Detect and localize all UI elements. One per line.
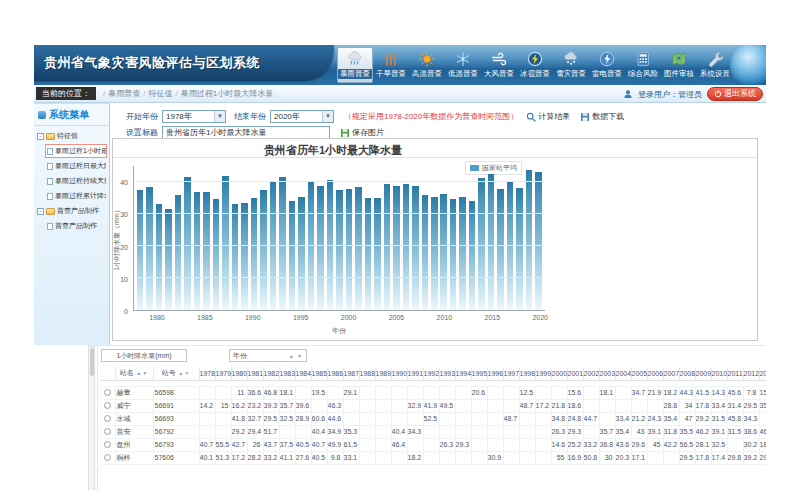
year-column-header: 1991 — [407, 367, 423, 380]
bar-1994 — [289, 201, 296, 310]
value-cell — [295, 425, 311, 438]
value-cell — [727, 438, 743, 451]
station-radio[interactable] — [104, 454, 111, 461]
value-cell: 56.5 — [679, 438, 695, 451]
sidebar-item[interactable]: 普查产品制作 — [45, 219, 107, 233]
nav-item-lightning[interactable]: 雷电普查 — [589, 47, 625, 83]
breadcrumb-item[interactable]: 暴雨普查 — [108, 89, 140, 98]
value-cell — [439, 386, 455, 399]
value-cell: 36.8 — [599, 438, 615, 451]
value-cell: 30.9 — [487, 451, 503, 464]
station-radio[interactable] — [104, 402, 111, 409]
value-cell: 33.4 — [615, 412, 631, 425]
tree-group[interactable]: -普查产品制作 — [35, 204, 108, 218]
logout-button[interactable]: 退出系统 — [707, 87, 763, 101]
sidebar-item-label: 暴雨过程持续天数 — [55, 176, 107, 186]
value-cell: 34.3 — [743, 412, 759, 425]
table-row: 桐梓5760640.151.317.228.233.241.127.640.59… — [101, 451, 766, 464]
nav-item-map[interactable]: 图件审核 — [661, 47, 697, 83]
nav-item-hail[interactable]: 冰雹普查 — [517, 47, 553, 83]
sidebar-item[interactable]: 暴雨过程累计降水量 — [45, 189, 107, 203]
measure-filter-box[interactable]: 1小时降水量(mm) — [101, 349, 187, 362]
breadcrumb-item[interactable]: 特征值 — [148, 89, 172, 98]
save-image-button[interactable]: 保存图片 — [340, 127, 384, 138]
sidebar-item[interactable]: 暴雨过程1小时最大降水量 — [45, 144, 107, 158]
value-cell: 48.7 — [503, 412, 519, 425]
value-cell: 14.2 — [199, 399, 215, 412]
value-cell — [455, 425, 471, 438]
start-year-select[interactable]: 1978年 ▼ — [162, 110, 226, 123]
bar-2001 — [355, 187, 362, 310]
collapse-icon[interactable]: - — [37, 133, 44, 140]
value-cell: 55.5 — [215, 438, 231, 451]
value-cell — [647, 399, 663, 412]
nav-item-settings[interactable]: 系统设置 — [697, 47, 733, 83]
breadcrumb-bar: 当前的位置： /暴雨普查/特征值/暴雨过程1小时最大降水量 登录用户：管理员 退… — [34, 85, 766, 103]
nav-item-drought[interactable]: 干旱普查 — [373, 47, 409, 83]
sidebar-item[interactable]: 暴雨过程持续天数 — [45, 174, 107, 188]
station-radio[interactable] — [104, 441, 111, 448]
calc-result-button[interactable]: 计算结果 — [526, 111, 570, 122]
year-sort-box[interactable]: 年份 ▲ ▼ — [229, 349, 307, 362]
value-cell — [199, 412, 215, 425]
value-cell — [391, 399, 407, 412]
breadcrumb-item[interactable]: 暴雨过程1小时最大降水量 — [181, 89, 273, 98]
value-cell: 28.1 — [695, 438, 711, 451]
gridline — [134, 181, 545, 182]
year-column-header: 2010 — [711, 367, 727, 380]
value-cell: 21.8 — [551, 399, 567, 412]
value-cell — [615, 399, 631, 412]
value-cell — [295, 386, 311, 399]
nav-item-rain[interactable]: 暴雨普查 — [337, 47, 373, 83]
station-radio[interactable] — [104, 389, 111, 396]
value-cell: 18.5 — [759, 438, 766, 451]
value-cell — [487, 399, 503, 412]
snow-icon — [562, 50, 580, 68]
end-year-label: 结束年份 — [234, 111, 266, 122]
value-cell — [375, 451, 391, 464]
data-download-button[interactable]: 数据下载 — [580, 111, 624, 122]
value-cell — [407, 386, 423, 399]
table-row: 盘州5679340.755.542.72643.737.540.540.749.… — [101, 438, 766, 451]
table-header-row: 站名 ▲▼站号 ▲▼197819791980198119821983198419… — [101, 367, 766, 380]
chart-divider — [113, 157, 757, 158]
tree-group[interactable]: -特征值 — [35, 129, 108, 143]
value-cell — [503, 425, 519, 438]
sidebar-item[interactable]: 暴雨过程日最大降水量 — [45, 159, 107, 173]
value-cell: 15 — [215, 399, 231, 412]
year-column-header: 1986 — [327, 367, 343, 380]
value-cell: 19.5 — [311, 386, 327, 399]
value-cell: 45 — [647, 438, 663, 451]
year-column-header: 2001 — [567, 367, 583, 380]
year-column-header: 2000 — [551, 367, 567, 380]
value-cell: 18.2 — [663, 386, 679, 399]
scrollbar-thumb[interactable] — [90, 348, 94, 376]
station-name-header[interactable]: 站名 ▲▼ — [115, 367, 153, 380]
nav-item-wind[interactable]: 大风普查 — [481, 47, 517, 83]
value-cell — [359, 425, 375, 438]
value-cell: 40.1 — [199, 451, 215, 464]
nav-item-cold[interactable]: 低温普查 — [445, 47, 481, 83]
heat-icon — [418, 50, 436, 68]
value-cell — [503, 386, 519, 399]
value-cell: 20.3 — [615, 451, 631, 464]
nav-item-snow[interactable]: 雪灾普查 — [553, 47, 589, 83]
bar-1987 — [222, 176, 229, 310]
station-radio[interactable] — [104, 428, 111, 435]
station-id-header[interactable]: 站号 ▲▼ — [153, 367, 199, 380]
end-year-select[interactable]: 2020年 ▼ — [270, 110, 334, 123]
nav-item-heat[interactable]: 高温普查 — [409, 47, 445, 83]
value-cell — [455, 451, 471, 464]
nav-item-risk[interactable]: 综合风险 — [625, 47, 661, 83]
value-cell: 52.5 — [423, 412, 439, 425]
bar-1997 — [317, 186, 324, 310]
vertical-scrollbar[interactable] — [88, 346, 95, 490]
station-radio[interactable] — [104, 415, 111, 422]
value-cell: 39.1 — [711, 425, 727, 438]
value-cell: 9.8 — [327, 451, 343, 464]
bar-2000 — [346, 189, 353, 310]
bar-1986 — [213, 199, 220, 310]
collapse-icon[interactable]: - — [37, 208, 44, 215]
table-row: 水城5669341.832.729.532.528.960.644.652.54… — [101, 412, 766, 425]
app-window: 贵州省气象灾害风险评估与区划系统 暴雨普查干旱普查高温普查低温普查大风普查冰雹普… — [34, 45, 766, 490]
